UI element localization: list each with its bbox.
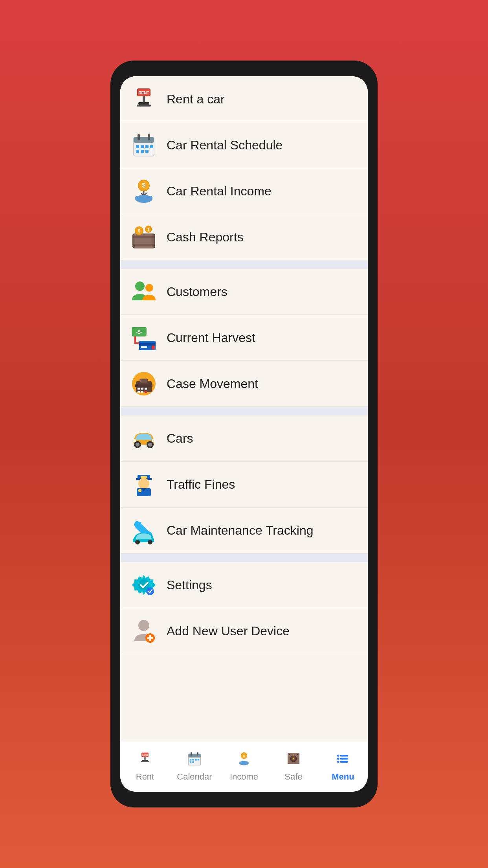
svg-rect-10 — [141, 145, 144, 148]
income-icon: $ — [128, 175, 160, 207]
menu-item-traffic-fines[interactable]: Traffic Fines — [120, 462, 368, 508]
menu-label-current-harvest: Current Harvest — [167, 331, 255, 345]
svg-rect-41 — [138, 388, 140, 390]
svg-rect-28 — [152, 234, 155, 248]
cash-icon: $ $ — [128, 221, 160, 253]
divider-2 — [120, 407, 368, 416]
svg-rect-93 — [340, 755, 348, 756]
menu-label-cash-reports: Cash Reports — [167, 230, 244, 245]
svg-rect-20 — [133, 234, 155, 248]
menu-item-case-movement[interactable]: Case Movement — [120, 361, 368, 407]
nav-label-rent: Rent — [136, 772, 154, 782]
customers-icon — [128, 276, 160, 307]
svg-rect-39 — [140, 379, 148, 383]
phone-screen: RENT Rent a car — [120, 76, 368, 792]
svg-point-96 — [337, 761, 339, 763]
menu-item-settings[interactable]: Settings — [120, 562, 368, 608]
svg-rect-77 — [192, 759, 194, 760]
svg-rect-66 — [147, 637, 153, 639]
police-icon — [128, 469, 160, 500]
svg-rect-36 — [152, 346, 155, 349]
nav-label-calendar: Calendar — [177, 772, 212, 782]
svg-point-51 — [152, 439, 155, 442]
menu-item-current-harvest[interactable]: -$- Current Harvest — [120, 315, 368, 361]
svg-point-62 — [146, 587, 154, 595]
svg-rect-46 — [145, 391, 147, 393]
svg-rect-73 — [188, 754, 200, 758]
svg-rect-89 — [289, 754, 290, 755]
nav-label-income: Income — [230, 772, 258, 782]
svg-rect-25 — [133, 236, 155, 238]
svg-rect-3 — [138, 102, 149, 105]
svg-rect-6 — [134, 137, 154, 143]
svg-point-94 — [337, 758, 339, 760]
svg-rect-76 — [190, 759, 191, 760]
nav-item-safe[interactable]: $ Safe — [269, 751, 318, 782]
svg-rect-8 — [148, 134, 150, 140]
menu-item-add-new-user[interactable]: Add New User Device — [120, 608, 368, 654]
svg-rect-40 — [135, 384, 152, 387]
svg-rect-34 — [139, 343, 156, 346]
svg-rect-14 — [141, 150, 144, 153]
svg-rect-19 — [135, 196, 152, 200]
svg-rect-13 — [136, 150, 139, 153]
svg-point-56 — [138, 478, 149, 489]
menu-item-rent-a-car[interactable]: RENT Rent a car — [120, 76, 368, 122]
svg-text:$: $ — [138, 229, 140, 233]
menu-item-customers[interactable]: Customers — [120, 269, 368, 315]
schedule-icon — [128, 129, 160, 161]
svg-rect-79 — [198, 759, 199, 760]
menu-item-car-rental-schedule[interactable]: Car Rental Schedule — [120, 122, 368, 168]
svg-rect-71 — [141, 761, 149, 762]
svg-rect-7 — [138, 134, 140, 140]
menu-label-car-rental-schedule: Car Rental Schedule — [167, 138, 283, 153]
svg-rect-27 — [133, 234, 135, 248]
svg-point-92 — [337, 754, 339, 757]
svg-point-60 — [148, 540, 152, 544]
svg-rect-2 — [143, 96, 145, 103]
svg-rect-80 — [190, 761, 191, 763]
svg-point-58 — [138, 489, 141, 492]
menu-list: RENT Rent a car — [120, 76, 368, 741]
menu-label-cars: Cars — [167, 431, 193, 446]
menu-label-car-maintenance: Car Maintenance Tracking — [167, 523, 314, 538]
menu-label-case-movement: Case Movement — [167, 377, 258, 391]
svg-rect-4 — [137, 105, 151, 107]
car-icon — [128, 423, 160, 454]
svg-point-29 — [135, 281, 145, 291]
nav-rent-icon: RENT — [137, 751, 153, 770]
svg-rect-9 — [136, 145, 139, 148]
svg-rect-75 — [197, 752, 198, 756]
menu-item-cars[interactable]: Cars — [120, 416, 368, 462]
menu-item-car-rental-income[interactable]: $ Car Rental Income — [120, 168, 368, 214]
svg-rect-95 — [340, 758, 348, 760]
nav-item-income[interactable]: $ Income — [219, 751, 269, 782]
add-user-icon — [128, 615, 160, 647]
divider-1 — [120, 260, 368, 269]
nav-calendar-icon — [187, 751, 202, 770]
nav-label-safe: Safe — [284, 772, 302, 782]
svg-rect-78 — [195, 759, 196, 760]
nav-income-icon: $ — [236, 751, 252, 770]
rent-icon: RENT — [128, 83, 160, 115]
nav-item-rent[interactable]: RENT Rent — [120, 751, 170, 782]
svg-rect-35 — [141, 346, 147, 348]
nav-item-menu[interactable]: Menu — [318, 751, 368, 782]
settings-icon — [128, 569, 160, 601]
menu-label-settings: Settings — [167, 578, 212, 592]
svg-rect-12 — [150, 145, 153, 148]
maintenance-icon — [128, 515, 160, 546]
svg-rect-97 — [340, 761, 348, 763]
svg-rect-42 — [141, 388, 143, 390]
svg-rect-11 — [145, 145, 149, 148]
svg-point-30 — [145, 284, 153, 292]
svg-text:RENT: RENT — [138, 91, 149, 95]
svg-point-63 — [138, 620, 149, 631]
svg-rect-69 — [144, 757, 145, 761]
menu-item-car-maintenance[interactable]: Car Maintenance Tracking — [120, 508, 368, 554]
menu-label-traffic-fines: Traffic Fines — [167, 477, 235, 492]
menu-item-cash-reports[interactable]: $ $ Cash Reports — [120, 214, 368, 260]
nav-item-calendar[interactable]: Calendar — [170, 751, 219, 782]
svg-rect-90 — [297, 754, 298, 755]
svg-point-52 — [133, 439, 136, 442]
